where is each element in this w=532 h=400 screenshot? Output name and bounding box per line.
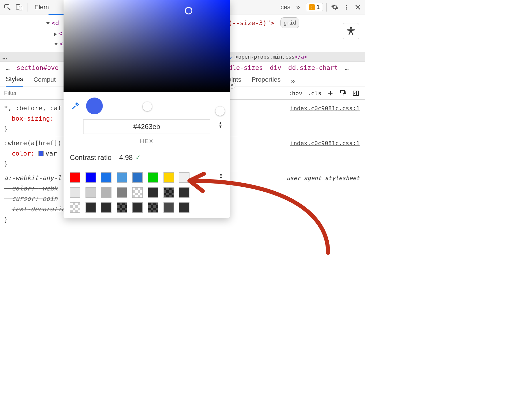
kebab-menu-icon[interactable] — [342, 3, 351, 12]
inspect-element-icon[interactable] — [3, 3, 12, 12]
sv-cursor-icon[interactable] — [185, 7, 192, 14]
palette-swatch[interactable] — [179, 202, 189, 213]
palette-swatch-grid: ▲▼ — [64, 167, 230, 218]
contrast-ratio-value: 4.98 — [119, 154, 133, 162]
contrast-ratio-label: Contrast ratio — [70, 154, 111, 162]
separator — [27, 3, 27, 12]
device-toggle-icon[interactable] — [14, 3, 24, 12]
svg-point-8 — [350, 27, 352, 29]
css-property[interactable]: box-sizing: — [12, 115, 54, 122]
text-node: >open-props.min.css — [235, 54, 295, 60]
css-property[interactable]: color: — [12, 185, 35, 192]
slider-thumb[interactable] — [215, 106, 225, 116]
tag-fragment: < — [59, 40, 63, 47]
palette-swatch[interactable] — [148, 172, 158, 183]
person-icon — [346, 26, 356, 36]
tag-fragment: < — [58, 30, 62, 37]
more-subtabs-chevron[interactable]: » — [291, 77, 295, 85]
palette-swatch[interactable] — [101, 202, 111, 213]
expand-toggle-icon[interactable] — [54, 33, 57, 36]
tab-elements[interactable]: Elem — [31, 3, 52, 11]
issues-count: 1 — [317, 4, 320, 10]
expand-toggle-icon[interactable] — [46, 22, 50, 25]
palette-swatch[interactable] — [70, 202, 80, 213]
palette-swatch[interactable] — [101, 172, 111, 183]
current-color-preview — [86, 98, 103, 114]
color-picker-popover: ▲▼ HEX Contrast ratio 4.98 ✓ ▲▼ — [64, 0, 230, 218]
close-devtools-icon[interactable] — [353, 3, 362, 12]
rule-source-link[interactable]: index.c0c9081c.css:1 — [290, 103, 360, 113]
svg-point-3 — [346, 5, 347, 6]
svg-point-5 — [346, 8, 347, 10]
format-switch-spinner[interactable]: ▲▼ — [218, 121, 222, 128]
breadcrumb-item[interactable]: dd.size-chart — [288, 64, 338, 71]
expand-toggle-icon[interactable] — [54, 43, 58, 45]
palette-swatch[interactable] — [163, 187, 174, 198]
more-tabs-chevron[interactable]: » — [296, 3, 300, 11]
close-tag: </a> — [295, 54, 307, 60]
new-style-rule-icon[interactable] — [327, 89, 334, 97]
palette-swatch[interactable] — [117, 172, 127, 183]
palette-swatch[interactable] — [179, 187, 189, 198]
color-swatch-icon[interactable] — [38, 151, 44, 156]
palette-swatch[interactable] — [70, 187, 80, 198]
breadcrumb-item[interactable]: dle-sizes — [228, 64, 263, 71]
palette-swatch[interactable] — [163, 172, 174, 183]
breadcrumb-ellipsis-left[interactable]: … — [6, 64, 10, 71]
palette-swatch[interactable] — [117, 187, 127, 198]
rule-source-label: user agent stylesheet — [287, 173, 360, 183]
svg-rect-0 — [5, 5, 9, 8]
ellipsis-icon: ⋯ — [0, 54, 10, 63]
issues-badge[interactable]: ! 1 — [306, 3, 323, 11]
palette-swatch[interactable] — [70, 172, 80, 183]
check-icon: ✓ — [135, 154, 141, 161]
breadcrumb-item[interactable]: div — [270, 64, 281, 71]
settings-gear-icon[interactable] — [330, 3, 339, 12]
svg-rect-6 — [341, 91, 345, 93]
styles-tools: :hov .cls — [283, 89, 365, 97]
palette-switch-spinner[interactable]: ▲▼ — [219, 172, 223, 179]
palette-swatch[interactable] — [117, 202, 127, 213]
css-property[interactable]: cursor: — [12, 195, 39, 202]
active-tab-indicator — [49, 14, 66, 15]
palette-swatch[interactable] — [85, 187, 96, 198]
svg-rect-2 — [19, 6, 22, 10]
tag-fragment: <d — [51, 19, 59, 27]
palette-swatch[interactable] — [179, 172, 189, 183]
breadcrumb-ellipsis-right[interactable]: … — [345, 64, 349, 71]
hov-toggle[interactable]: :hov — [289, 90, 302, 97]
accessibility-badge[interactable] — [343, 23, 359, 39]
separator — [326, 3, 327, 12]
grid-badge[interactable]: grid — [280, 17, 299, 28]
palette-swatch[interactable] — [148, 187, 158, 198]
css-value[interactable]: poin — [42, 195, 57, 202]
css-value[interactable]: var — [45, 150, 57, 157]
palette-swatch[interactable] — [163, 202, 174, 213]
rule-source-link[interactable]: index.c0c9081c.css:1 — [290, 138, 360, 148]
palette-swatch[interactable] — [132, 172, 143, 183]
subtab-properties[interactable]: Properties — [252, 76, 280, 86]
palette-swatch[interactable] — [132, 187, 143, 198]
css-property[interactable]: color: — [12, 150, 35, 157]
contrast-ratio-row[interactable]: Contrast ratio 4.98 ✓ — [64, 148, 230, 167]
css-value[interactable]: -webk — [38, 185, 57, 192]
palette-swatch[interactable] — [148, 202, 158, 213]
breadcrumb-item[interactable]: section#ove — [16, 64, 59, 71]
palette-swatch[interactable] — [101, 187, 111, 198]
eyedropper-icon[interactable] — [70, 100, 81, 111]
palette-swatch[interactable] — [132, 202, 143, 213]
palette-swatch[interactable] — [85, 172, 96, 183]
subtab-computed[interactable]: Comput — [34, 76, 56, 86]
warning-icon: ! — [309, 4, 315, 10]
toggle-sidebar-icon[interactable] — [352, 89, 360, 97]
color-format-label: HEX — [64, 138, 230, 148]
cls-toggle[interactable]: .cls — [308, 90, 321, 97]
tab-partial[interactable]: ces — [277, 3, 294, 11]
paint-format-icon[interactable] — [339, 89, 347, 97]
hex-input[interactable] — [83, 119, 210, 134]
palette-swatch[interactable] — [85, 202, 96, 213]
slider-thumb[interactable] — [143, 102, 152, 111]
svg-point-4 — [346, 6, 347, 8]
saturation-value-field[interactable] — [64, 0, 230, 92]
subtab-styles[interactable]: Styles — [6, 75, 23, 87]
